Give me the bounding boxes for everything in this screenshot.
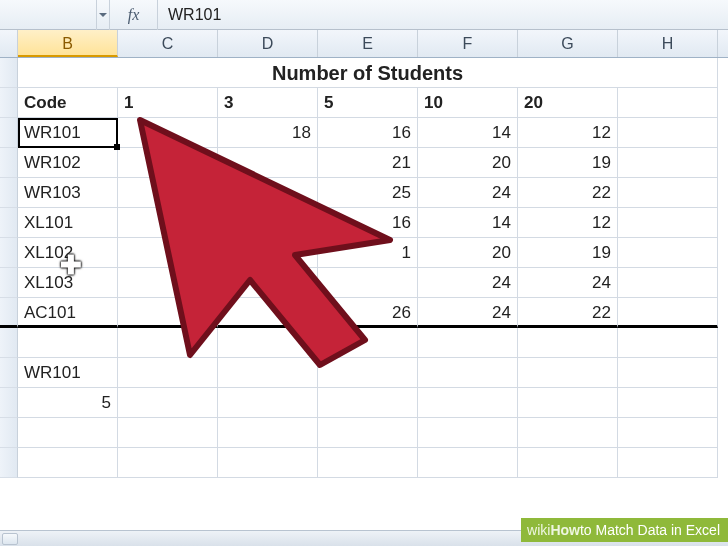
- col-header-C[interactable]: C: [118, 30, 218, 57]
- cell-empty[interactable]: [418, 418, 518, 448]
- cell-val[interactable]: 20: [418, 238, 518, 268]
- col-header-H[interactable]: H: [618, 30, 718, 57]
- header-col[interactable]: 1: [118, 88, 218, 118]
- cell-empty[interactable]: [418, 388, 518, 418]
- cell-empty[interactable]: [118, 418, 218, 448]
- cell-val[interactable]: 1: [318, 238, 418, 268]
- cell-val[interactable]: 24: [518, 268, 618, 298]
- col-header-B[interactable]: B: [18, 30, 118, 57]
- cell-empty[interactable]: [18, 448, 118, 478]
- cell-val[interactable]: [218, 148, 318, 178]
- cell-empty[interactable]: [318, 418, 418, 448]
- header-code[interactable]: Code: [18, 88, 118, 118]
- cell-val[interactable]: [218, 178, 318, 208]
- header-col[interactable]: 5: [318, 88, 418, 118]
- cell-code[interactable]: XL102: [18, 238, 118, 268]
- cell-empty[interactable]: [18, 328, 118, 358]
- cell-empty[interactable]: [518, 358, 618, 388]
- cell-val[interactable]: 16: [318, 208, 418, 238]
- cell-val[interactable]: 19: [518, 238, 618, 268]
- cell-code[interactable]: WR102: [18, 148, 118, 178]
- cell-empty[interactable]: [118, 448, 218, 478]
- cell-code[interactable]: WR103: [18, 178, 118, 208]
- cell-val[interactable]: 24: [418, 178, 518, 208]
- cell-val[interactable]: 26: [318, 298, 418, 328]
- cell-val[interactable]: 30: [118, 298, 218, 328]
- cell-val[interactable]: 3: [218, 298, 318, 328]
- cell-val[interactable]: 2: [118, 148, 218, 178]
- cell-empty[interactable]: [518, 328, 618, 358]
- header-col[interactable]: 3: [218, 88, 318, 118]
- cell-empty[interactable]: [218, 358, 318, 388]
- cell-code[interactable]: XL101: [18, 208, 118, 238]
- cell-val[interactable]: [218, 208, 318, 238]
- name-box-dropdown-icon[interactable]: [96, 0, 110, 30]
- col-header-F[interactable]: F: [418, 30, 518, 57]
- cell-empty[interactable]: [618, 208, 718, 238]
- cell-val[interactable]: [118, 118, 218, 148]
- cell-empty[interactable]: [618, 148, 718, 178]
- cell-val[interactable]: 24: [418, 268, 518, 298]
- cell-val[interactable]: [218, 238, 318, 268]
- name-box[interactable]: [0, 0, 96, 30]
- cell-val[interactable]: 28: [118, 268, 218, 298]
- col-header-D[interactable]: D: [218, 30, 318, 57]
- cell-empty[interactable]: [218, 418, 318, 448]
- cell-empty[interactable]: [318, 448, 418, 478]
- cell-empty[interactable]: [118, 328, 218, 358]
- cell-val[interactable]: 25: [318, 178, 418, 208]
- cell-val[interactable]: 20: [418, 148, 518, 178]
- cell-val[interactable]: 28: [118, 178, 218, 208]
- cell-empty[interactable]: [618, 238, 718, 268]
- cell-empty[interactable]: [618, 448, 718, 478]
- title-cell[interactable]: Number of Students: [18, 58, 718, 88]
- cell-empty[interactable]: [318, 328, 418, 358]
- fx-icon[interactable]: fx: [110, 0, 158, 30]
- cell-val[interactable]: 18: [218, 118, 318, 148]
- cell-empty[interactable]: [218, 328, 318, 358]
- cell-empty[interactable]: [618, 388, 718, 418]
- cell-val[interactable]: 24: [418, 298, 518, 328]
- col-header-E[interactable]: E: [318, 30, 418, 57]
- cell-empty[interactable]: [618, 268, 718, 298]
- col-header-G[interactable]: G: [518, 30, 618, 57]
- cell-empty[interactable]: [218, 388, 318, 418]
- cell-code[interactable]: WR101: [18, 118, 118, 148]
- cell-val[interactable]: 12: [518, 118, 618, 148]
- cell-val[interactable]: 12: [518, 208, 618, 238]
- cell-empty[interactable]: [418, 358, 518, 388]
- cell-empty[interactable]: [618, 178, 718, 208]
- cell-empty[interactable]: [318, 358, 418, 388]
- cell-empty[interactable]: [618, 118, 718, 148]
- cell-val[interactable]: 14: [418, 208, 518, 238]
- cell-empty[interactable]: [318, 388, 418, 418]
- header-col[interactable]: 10: [418, 88, 518, 118]
- cell-code[interactable]: XL103: [18, 268, 118, 298]
- cell-val[interactable]: 25: [118, 238, 218, 268]
- cell-val[interactable]: 22: [518, 178, 618, 208]
- cell-val[interactable]: [218, 268, 318, 298]
- cell-val[interactable]: 14: [418, 118, 518, 148]
- cell-empty[interactable]: [418, 328, 518, 358]
- cell-val[interactable]: 20: [118, 208, 218, 238]
- cell-val[interactable]: 21: [318, 148, 418, 178]
- cell-empty[interactable]: [618, 328, 718, 358]
- cell-extra[interactable]: 5: [18, 388, 118, 418]
- cell-empty[interactable]: [618, 298, 718, 328]
- cell-empty[interactable]: [218, 448, 318, 478]
- cell-val[interactable]: [318, 268, 418, 298]
- cell-empty[interactable]: [518, 388, 618, 418]
- cell-empty[interactable]: [618, 358, 718, 388]
- cell-val[interactable]: 22: [518, 298, 618, 328]
- cell-empty[interactable]: [618, 418, 718, 448]
- cell-val[interactable]: 16: [318, 118, 418, 148]
- cell-code[interactable]: AC101: [18, 298, 118, 328]
- grid[interactable]: Number of Students Code 1 3 5 10 20 WR10…: [0, 58, 728, 478]
- cell-empty[interactable]: [618, 88, 718, 118]
- cell-empty[interactable]: [518, 418, 618, 448]
- cell-empty[interactable]: [118, 388, 218, 418]
- scroll-left-button[interactable]: [2, 533, 18, 545]
- cell-extra[interactable]: WR101: [18, 358, 118, 388]
- cell-empty[interactable]: [18, 418, 118, 448]
- cell-empty[interactable]: [518, 448, 618, 478]
